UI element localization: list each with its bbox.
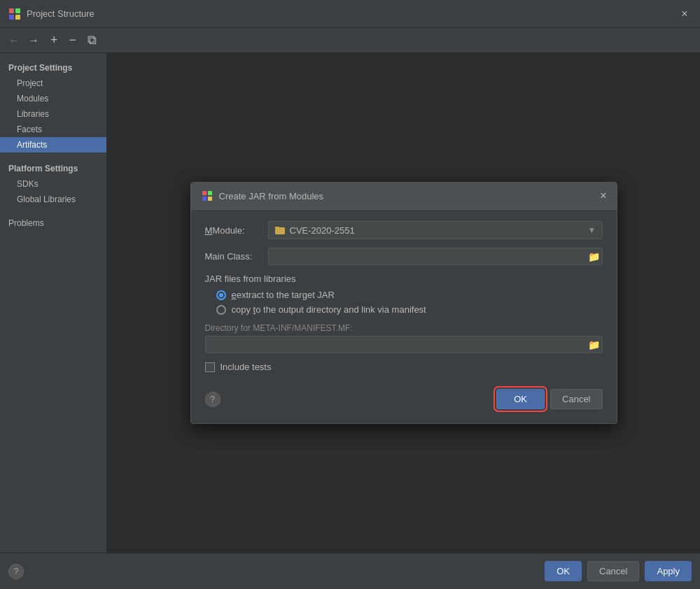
main-class-input-wrapper: 📁 <box>268 248 603 265</box>
svg-rect-9 <box>275 227 279 229</box>
manifest-dir-input-wrapper: 📁 <box>205 336 603 353</box>
module-input-wrapper: CVE-2020-2551 ▼ <box>268 221 603 239</box>
project-settings-header: Project Settings <box>0 59 106 76</box>
svg-rect-5 <box>208 191 212 195</box>
dialog-help-button[interactable]: ? <box>205 392 220 407</box>
sidebar-item-project[interactable]: Project <box>0 76 106 91</box>
sidebar-item-sdks[interactable]: SDKs <box>0 176 106 192</box>
main-cancel-button[interactable]: Cancel <box>587 561 639 581</box>
radio-extract-label: eextract to the target JAR <box>232 290 335 300</box>
sidebar-item-modules[interactable]: Modules <box>0 91 106 106</box>
main-layout: Project Settings Project Modules Librari… <box>0 53 700 553</box>
svg-rect-4 <box>202 191 206 195</box>
main-help-button[interactable]: ? <box>8 564 24 579</box>
module-name: CVE-2020-2551 <box>290 225 588 236</box>
sidebar-item-libraries[interactable]: Libraries <box>0 106 106 122</box>
back-button[interactable]: ← <box>8 34 20 47</box>
radio-copy[interactable]: copy to the output directory and link vi… <box>216 304 603 315</box>
radio-extract[interactable]: eextract to the target JAR <box>216 290 603 300</box>
window-title: Project Structure <box>27 8 678 19</box>
sidebar-item-problems[interactable]: Problems <box>0 214 106 231</box>
manifest-dir-input[interactable] <box>205 336 603 353</box>
remove-button[interactable]: − <box>69 33 77 48</box>
include-tests-row[interactable]: Include tests <box>205 362 603 372</box>
module-label: MModule: <box>205 225 268 236</box>
forward-button[interactable]: → <box>28 34 39 47</box>
svg-rect-3 <box>15 15 20 20</box>
module-dropdown-arrow: ▼ <box>588 225 596 235</box>
dialog-close-button[interactable]: × <box>600 190 606 202</box>
radio-copy-circle <box>216 305 226 315</box>
radio-copy-label: copy to the output directory and link vi… <box>232 304 426 315</box>
module-folder-icon <box>274 225 286 236</box>
create-jar-dialog: Create JAR from Modules × MModule: <box>190 182 617 424</box>
radio-group: eextract to the target JAR copy to the o… <box>216 290 603 315</box>
dialog-title-bar: Create JAR from Modules × <box>191 183 617 210</box>
manifest-dir-browse-button[interactable]: 📁 <box>588 339 600 350</box>
svg-rect-7 <box>208 197 212 201</box>
dialog-ok-button[interactable]: OK <box>496 389 545 409</box>
dialog-footer: ? OK Cancel <box>205 383 603 412</box>
main-class-label: Main Class: <box>205 251 268 262</box>
jar-section-label: JAR files from libraries <box>205 274 603 284</box>
module-row: MModule: CVE-2020-2551 <box>205 221 603 239</box>
svg-rect-1 <box>15 8 20 13</box>
svg-rect-0 <box>9 8 14 13</box>
main-class-input[interactable] <box>268 248 603 265</box>
nav-bar: ← → + − ⧉ <box>0 28 700 53</box>
svg-rect-6 <box>202 197 206 201</box>
main-class-row: Main Class: 📁 <box>205 248 603 265</box>
svg-rect-2 <box>9 15 14 20</box>
dialog-cancel-button[interactable]: Cancel <box>550 389 602 409</box>
include-tests-checkbox[interactable] <box>205 362 215 372</box>
manifest-dir-section: Directory for META-INF/MANIFEST.MF: 📁 <box>205 323 603 353</box>
dialog-title: Create JAR from Modules <box>219 191 601 201</box>
module-select[interactable]: CVE-2020-2551 ▼ <box>268 221 603 239</box>
title-bar: Project Structure × <box>0 0 700 28</box>
copy-button[interactable]: ⧉ <box>88 33 97 48</box>
add-button[interactable]: + <box>50 33 58 48</box>
main-class-browse-button[interactable]: 📁 <box>588 251 600 262</box>
sidebar: Project Settings Project Modules Librari… <box>0 53 107 553</box>
platform-settings-header: Platform Settings <box>0 159 106 176</box>
dialog-body: MModule: CVE-2020-2551 <box>191 210 617 423</box>
bottom-bar: ? OK Cancel Apply <box>0 553 700 589</box>
sidebar-item-facets[interactable]: Facets <box>0 122 106 137</box>
dialog-overlay: Create JAR from Modules × MModule: <box>107 53 700 553</box>
window-close-button[interactable]: × <box>678 7 692 21</box>
manifest-dir-label: Directory for META-INF/MANIFEST.MF: <box>205 323 603 333</box>
sidebar-item-global-libraries[interactable]: Global Libraries <box>0 192 106 207</box>
dialog-icon <box>201 190 214 202</box>
app-icon <box>8 8 21 20</box>
bottom-help-section: ? <box>8 564 24 579</box>
include-tests-label: Include tests <box>220 362 272 372</box>
radio-extract-circle <box>216 290 226 300</box>
content-area: Create JAR from Modules × MModule: <box>107 53 700 553</box>
sidebar-item-artifacts[interactable]: Artifacts <box>0 137 106 152</box>
main-apply-button[interactable]: Apply <box>645 561 692 581</box>
main-ok-button[interactable]: OK <box>545 561 582 581</box>
